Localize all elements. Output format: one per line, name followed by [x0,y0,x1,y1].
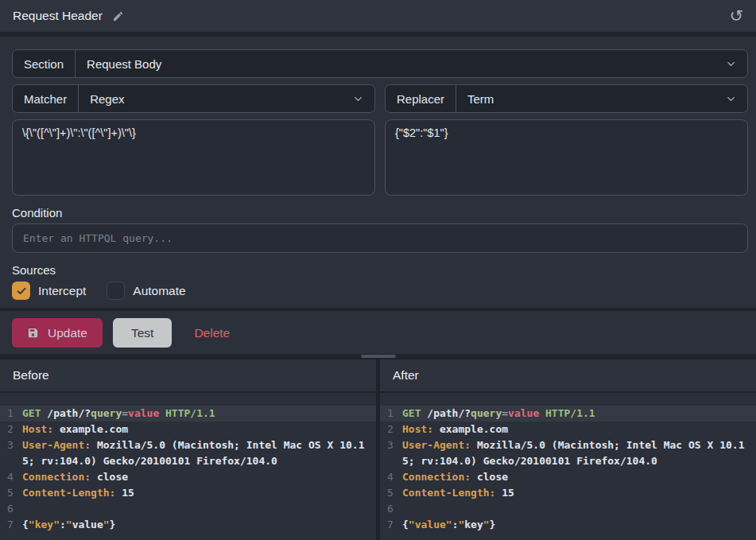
code-line-content: Connection: close [402,469,756,485]
horizontal-splitter [0,354,756,359]
replacer-label: Replacer [386,85,456,112]
section-value: Request Body [76,57,715,71]
update-button[interactable]: Update [12,318,103,348]
checkmark-icon [16,286,27,297]
line-number: 1 [0,406,22,422]
before-panel-header: Before [0,359,376,393]
code-line: 3User-Agent: Mozilla/5.0 (Macintosh; Int… [0,437,376,469]
chevron-down-icon [715,58,747,70]
replacer-value: Term [456,92,715,106]
line-number: 7 [0,517,22,533]
intercept-label: Intercept [38,284,86,298]
code-line-content [402,501,756,517]
code-line: 3User-Agent: Mozilla/5.0 (Macintosh; Int… [380,437,756,469]
condition-input[interactable] [12,223,748,253]
line-number: 4 [380,469,402,485]
code-line-content: Content-Length: 15 [402,485,756,501]
chevron-down-icon [715,93,747,105]
line-number: 2 [0,422,22,437]
code-line: 6 [380,501,756,517]
before-panel-title: Before [13,368,49,383]
after-panel-header: After [380,359,756,393]
delete-button[interactable]: Delete [194,326,230,340]
code-line-content: User-Agent: Mozilla/5.0 (Macintosh; Inte… [402,437,756,469]
code-line-content: User-Agent: Mozilla/5.0 (Macintosh; Inte… [22,437,376,469]
test-button[interactable]: Test [113,318,172,348]
line-number: 5 [380,485,402,501]
code-line-content: Host: example.com [22,422,376,437]
code-line: 6 [0,501,376,517]
after-panel-title: After [393,368,419,383]
code-line: 7{"key":"value"} [0,517,376,533]
reset-button[interactable]: ↺ [729,8,743,25]
code-line-content: GET /path/?query=value HTTP/1.1 [22,406,376,422]
code-line-content: Connection: close [22,469,376,485]
undo-icon: ↺ [729,6,743,25]
preview-panels: Before 1GET /path/?query=value HTTP/1.12… [0,359,756,540]
line-number: 3 [380,437,402,469]
code-line: 4Connection: close [380,469,756,485]
edit-rule-name-button[interactable] [112,10,124,22]
code-line-content: GET /path/?query=value HTTP/1.1 [402,406,756,422]
replacer-select[interactable]: Replacer Term [385,84,748,113]
matcher-label: Matcher [13,85,79,112]
section-select[interactable]: Section Request Body [12,49,748,78]
matcher-value: Regex [79,92,342,106]
before-panel: Before 1GET /path/?query=value HTTP/1.12… [0,359,376,540]
after-panel: After 1GET /path/?query=value HTTP/1.12H… [380,359,756,540]
sources-row: Intercept Automate [12,282,748,300]
update-button-label: Update [48,326,87,340]
pencil-icon [112,10,124,22]
code-line-content: {"value":"key"} [402,517,756,533]
actions-bar: Update Test Delete [0,311,756,354]
chevron-down-icon [342,93,374,105]
line-number: 1 [380,406,402,422]
splitter-drag-handle[interactable] [361,355,396,358]
sources-label: Sources [12,263,748,277]
matcher-textarea[interactable] [12,119,375,196]
matcher-select[interactable]: Matcher Regex [12,84,375,113]
code-line-content: Host: example.com [402,422,756,437]
section-label: Section [13,50,76,77]
line-number: 5 [0,485,22,501]
match-replace-editor: Request Header ↺ Section Request Body Ma… [0,0,756,540]
rule-title: Request Header [13,9,103,23]
code-line: 2Host: example.com [380,422,756,437]
code-line: 5Content-Length: 15 [0,485,376,501]
code-line: 7{"value":"key"} [380,517,756,533]
before-code-view[interactable]: 1GET /path/?query=value HTTP/1.12Host: e… [0,393,376,540]
rule-form: Section Request Body Matcher Regex Repla… [0,37,756,308]
condition-label: Condition [12,206,748,219]
after-code-view[interactable]: 1GET /path/?query=value HTTP/1.12Host: e… [380,393,756,540]
rule-titlebar: Request Header ↺ [0,0,756,32]
code-line-content: {"key":"value"} [22,517,376,533]
code-line: 1GET /path/?query=value HTTP/1.1 [0,406,376,422]
code-line-content [22,501,376,517]
code-line-content: Content-Length: 15 [22,485,376,501]
line-number: 7 [380,517,402,533]
save-icon [27,327,39,339]
code-line: 1GET /path/?query=value HTTP/1.1 [380,406,756,422]
replacer-textarea[interactable] [385,119,748,196]
automate-label: Automate [133,284,185,298]
intercept-checkbox[interactable] [12,282,30,300]
code-line: 2Host: example.com [0,422,376,437]
line-number: 3 [0,437,22,469]
code-line: 4Connection: close [0,469,376,485]
code-line: 5Content-Length: 15 [380,485,756,501]
line-number: 2 [380,422,402,437]
automate-checkbox[interactable] [107,282,125,300]
line-number: 6 [380,501,402,517]
line-number: 6 [0,501,22,517]
line-number: 4 [0,469,22,485]
